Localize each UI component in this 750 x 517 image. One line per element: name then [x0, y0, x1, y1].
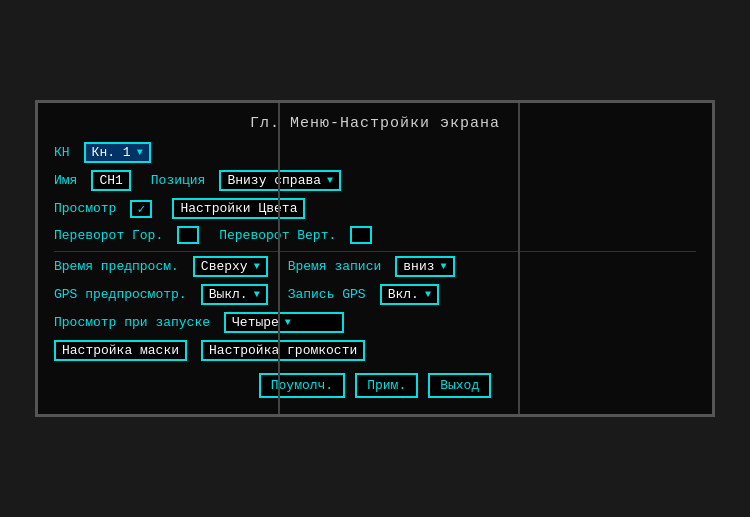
preview-time-dropdown[interactable]: Сверху [193, 256, 268, 277]
mask-settings-btn[interactable]: Настройка маски [54, 340, 187, 361]
color-settings-btn[interactable]: Настройки Цвета [172, 198, 305, 219]
volume-settings-btn[interactable]: Настройка громкости [201, 340, 365, 361]
row-settings-btns: Настройка маски Настройка громкости [54, 340, 696, 361]
gps-preview-dropdown[interactable]: Выкл. [201, 284, 268, 305]
record-time-dropdown[interactable]: вниз [395, 256, 454, 277]
row-kn: КН Кн. 1 [54, 142, 696, 163]
row-name-position: Имя СН1 Позиция Внизу справа [54, 170, 696, 191]
kn-label: КН [54, 145, 70, 160]
position-label: Позиция [151, 173, 206, 188]
gps-record-dropdown[interactable]: Вкл. [380, 284, 439, 305]
flip-hor-label: Переворот Гор. [54, 228, 163, 243]
apply-button[interactable]: Прим. [355, 373, 418, 398]
row-review-color: Просмотр ✓ Настройки Цвета [54, 198, 696, 219]
kn-dropdown[interactable]: Кн. 1 [84, 142, 151, 163]
gps-preview-label: GPS предпросмотр. [54, 287, 187, 302]
flip-vert-label: Переворот Верт. [219, 228, 336, 243]
review-label: Просмотр [54, 201, 116, 216]
name-label: Имя [54, 173, 77, 188]
review-checkbox[interactable]: ✓ [130, 200, 152, 218]
record-time-label: Время записи [288, 259, 382, 274]
preview-time-label: Время предпросм. [54, 259, 179, 274]
exit-button[interactable]: Выход [428, 373, 491, 398]
row-flip: Переворот Гор. Переворот Верт. [54, 226, 696, 244]
main-screen: Гл. Меню-Настройки экрана КН Кн. 1 Имя С… [35, 100, 715, 417]
title-bar: Гл. Меню-Настройки экрана [54, 115, 696, 132]
launch-view-dropdown[interactable]: Четыре [224, 312, 344, 333]
gps-record-label: Запись GPS [288, 287, 366, 302]
position-dropdown[interactable]: Внизу справа [219, 170, 341, 191]
name-input[interactable]: СН1 [91, 170, 130, 191]
row-launch-view: Просмотр при запуске Четыре [54, 312, 696, 333]
flip-vert-checkbox[interactable] [350, 226, 372, 244]
title-text: Гл. Меню-Настройки экрана [250, 115, 500, 132]
default-button[interactable]: Поумолч. [259, 373, 345, 398]
row-gps: GPS предпросмотр. Выкл. Запись GPS Вкл. [54, 284, 696, 305]
launch-view-label: Просмотр при запуске [54, 315, 210, 330]
flip-hor-checkbox[interactable] [177, 226, 199, 244]
row-times: Время предпросм. Сверху Время записи вни… [54, 256, 696, 277]
bottom-buttons: Поумолч. Прим. Выход [54, 373, 696, 398]
